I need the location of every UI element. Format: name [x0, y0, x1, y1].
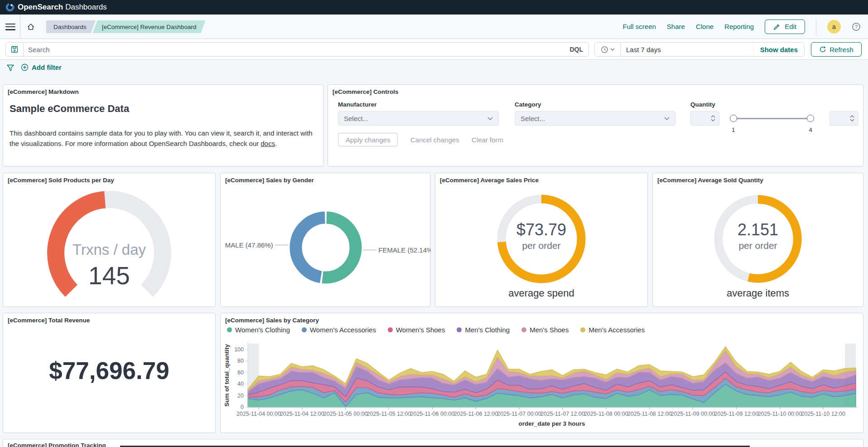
- panel-title-promotion-tracking[interactable]: [eCommerce] Promotion Tracking: [8, 442, 106, 447]
- panel-promotion-tracking: [eCommerce] Promotion Tracking: [3, 439, 863, 447]
- svg-text:FEMALE (52.14%): FEMALE (52.14%): [378, 246, 431, 254]
- panel-title-sales-by-category[interactable]: [eCommerce] Sales by Category: [225, 317, 319, 324]
- svg-text:20: 20: [237, 393, 244, 399]
- svg-text:2025-11-10 12:00: 2025-11-10 12:00: [801, 411, 845, 417]
- panel-title-markdown[interactable]: [eCommerce] Markdown: [8, 88, 79, 95]
- add-filter-label: Add filter: [32, 63, 62, 71]
- show-dates-button[interactable]: Show dates: [753, 43, 804, 56]
- legend-label: Women's Clothing: [235, 326, 290, 334]
- dql-language-button[interactable]: DQL: [569, 46, 588, 53]
- slider-handle-max[interactable]: [807, 115, 814, 122]
- panel-title-total-revenue[interactable]: [eCommerce] Total Revenue: [8, 317, 90, 324]
- panel-average-sold-quantity: [eCommerce] Average Sold Quantity 2.151 …: [652, 173, 863, 307]
- panel-total-revenue: [eCommerce] Total Revenue $77,696.79: [3, 313, 216, 433]
- opensearch-logo[interactable]: OpenSearchDashboards: [5, 3, 107, 12]
- legend-label: Men's Clothing: [465, 326, 510, 334]
- panel-title-sold-products[interactable]: [eCommerce] Sold Products per Day: [8, 177, 114, 184]
- refresh-icon: [819, 46, 826, 53]
- category-label: Category: [515, 101, 541, 108]
- legend-item[interactable]: Women's Clothing: [227, 326, 290, 334]
- reporting-link[interactable]: Reporting: [724, 23, 754, 30]
- breadcrumb-current-dashboard[interactable]: [eCommerce] Revenue Dashboard: [93, 20, 206, 33]
- legend-item[interactable]: Women's Shoes: [388, 326, 445, 334]
- svg-text:80: 80: [237, 358, 244, 364]
- stepper-arrows-icon: [711, 115, 715, 122]
- breadcrumb: Dashboards [eCommerce] Revenue Dashboard: [46, 20, 203, 33]
- filter-funnel-icon[interactable]: [6, 64, 14, 74]
- panel-title-average-sales-price[interactable]: [eCommerce] Average Sales Price: [440, 177, 539, 184]
- full-screen-link[interactable]: Full screen: [623, 23, 656, 30]
- average-price-sub: per order: [435, 240, 647, 251]
- refresh-button[interactable]: Refresh: [811, 42, 862, 57]
- slider-track[interactable]: [733, 118, 810, 119]
- legend-item[interactable]: Men's Clothing: [457, 326, 510, 334]
- legend-dot: [227, 327, 232, 332]
- svg-text:Sum of total_quantity: Sum of total_quantity: [223, 344, 230, 407]
- markdown-paragraph: This dashboard contains sample data for …: [10, 128, 316, 149]
- svg-text:40: 40: [237, 381, 244, 387]
- avatar[interactable]: a: [827, 20, 841, 34]
- chart-legend: Women's ClothingWomen's AccessoriesWomen…: [227, 326, 645, 334]
- edit-button[interactable]: Edit: [765, 19, 805, 34]
- panel-title-average-sold-quantity[interactable]: [eCommerce] Average Sold Quantity: [657, 177, 763, 184]
- legend-item[interactable]: Women's Accessories: [302, 326, 376, 334]
- avatar-letter: a: [832, 23, 836, 30]
- svg-text:2025-11-05 12:00: 2025-11-05 12:00: [367, 411, 411, 417]
- home-icon[interactable]: [26, 22, 35, 31]
- time-range-value[interactable]: Last 7 days: [621, 46, 753, 53]
- panel-title-controls[interactable]: [eCommerce] Controls: [333, 88, 399, 95]
- breadcrumb-dashboards[interactable]: Dashboards: [46, 20, 96, 33]
- category-select[interactable]: Select...: [515, 111, 675, 126]
- panel-title-sales-by-gender[interactable]: [eCommerce] Sales by Gender: [225, 177, 314, 184]
- chevron-down-icon: [610, 48, 615, 51]
- quantity-min-stepper[interactable]: [690, 111, 719, 126]
- clock-icon: [601, 46, 608, 53]
- cancel-changes-button[interactable]: Cancel changes: [410, 136, 459, 144]
- quantity-max-stepper[interactable]: [829, 111, 858, 126]
- markdown-text-end: .: [275, 140, 277, 147]
- help-icon[interactable]: ?: [852, 22, 861, 31]
- filter-bar: Add filter: [0, 60, 868, 78]
- stepper-arrows-icon: [850, 115, 854, 122]
- legend-item[interactable]: Men's Accessories: [580, 326, 645, 334]
- quantity-range-slider: 1 4: [730, 111, 814, 126]
- apply-changes-button[interactable]: Apply changes: [338, 133, 398, 146]
- svg-text:2025-11-09 12:00: 2025-11-09 12:00: [714, 411, 759, 417]
- docs-link[interactable]: docs: [260, 140, 275, 147]
- average-quantity-sub: per order: [653, 240, 863, 251]
- markdown-heading: Sample eCommerce Data: [10, 103, 129, 115]
- clear-form-button[interactable]: Clear form: [472, 136, 503, 144]
- legend-label: Women's Shoes: [396, 326, 445, 334]
- query-bar: Search DQL Last 7 days Show dates Refres…: [0, 39, 868, 60]
- saved-query-icon[interactable]: [6, 43, 24, 56]
- legend-dot: [457, 327, 462, 332]
- svg-text:2025-11-04 12:00: 2025-11-04 12:00: [280, 411, 324, 417]
- legend-item[interactable]: Men's Shoes: [521, 326, 569, 334]
- date-picker: Last 7 days Show dates: [594, 42, 805, 57]
- chevron-down-icon: [487, 117, 493, 120]
- svg-text:100: 100: [234, 346, 244, 353]
- average-quantity-value: 2.151: [653, 220, 863, 239]
- share-link[interactable]: Share: [667, 23, 685, 30]
- svg-text:0: 0: [241, 404, 244, 410]
- sales-by-category-area-chart: 0204060801002025-11-04 00:002025-11-04 1…: [222, 337, 862, 430]
- add-filter-button[interactable]: Add filter: [21, 63, 62, 71]
- svg-text:2025-11-05 00:00: 2025-11-05 00:00: [323, 411, 368, 417]
- panel-markdown: [eCommerce] Markdown Sample eCommerce Da…: [3, 84, 323, 166]
- legend-dot: [302, 327, 307, 332]
- average-price-caption: average spend: [435, 287, 647, 299]
- legend-label: Women's Accessories: [310, 326, 376, 334]
- refresh-button-label: Refresh: [829, 46, 854, 53]
- svg-text:2025-11-07 12:00: 2025-11-07 12:00: [540, 411, 585, 417]
- gender-donut-chart: FEMALE (52.14%)MALE (47.86%): [221, 185, 431, 306]
- ring-center-text: $73.79 per order: [435, 220, 647, 251]
- manufacturer-select[interactable]: Select...: [338, 111, 499, 126]
- search-input[interactable]: Search DQL: [5, 42, 589, 57]
- menu-icon[interactable]: [5, 22, 15, 32]
- clone-link[interactable]: Clone: [696, 23, 714, 30]
- slider-handle-min[interactable]: [730, 115, 737, 122]
- panel-controls: [eCommerce] Controls Manufacturer Select…: [328, 84, 863, 166]
- svg-text:2025-11-09 00:00: 2025-11-09 00:00: [671, 411, 715, 417]
- time-menu-button[interactable]: [595, 43, 621, 56]
- svg-text:2025-11-04 00:00: 2025-11-04 00:00: [236, 411, 281, 417]
